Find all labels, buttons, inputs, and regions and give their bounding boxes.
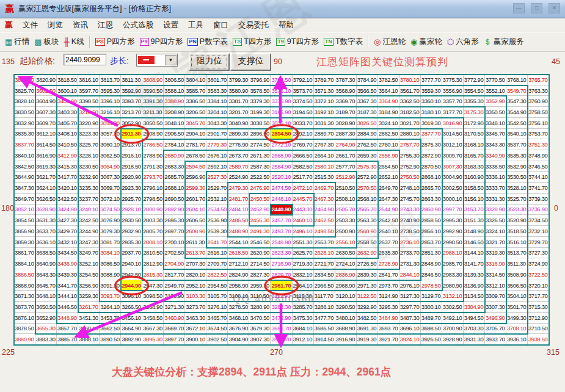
grid-cell: 3108.10 <box>228 291 249 302</box>
grid-cell: 3367.30 <box>357 96 378 107</box>
grid-cell: 3194.50 <box>293 107 314 118</box>
grid-cell: 3158.50 <box>464 183 485 194</box>
grid-cell: 3705.70 <box>485 324 506 335</box>
menu-item-trade-order[interactable]: 交易委托 <box>233 19 274 32</box>
toolbar-item-p-number-table[interactable]: PNP数字表 <box>188 37 227 47</box>
p-number-table-icon: PN <box>188 38 198 46</box>
grid-cell: 3304.90 <box>464 302 485 313</box>
grid-cell: 3734.50 <box>528 215 549 226</box>
toolbar-item-p-square[interactable]: PSP四方形 <box>95 37 135 47</box>
grid-cell: 2966.50 <box>314 280 335 291</box>
minimize-icon[interactable]: — <box>513 3 525 13</box>
grid-cell: 3072.10 <box>100 194 121 205</box>
grid-cell: 3501.70 <box>506 302 528 313</box>
menu-item-help[interactable]: 帮助 <box>274 19 299 32</box>
grid-cell: 3700.90 <box>442 324 464 335</box>
grid-cell: 3141.70 <box>464 258 485 269</box>
grid-cell: 3499.30 <box>506 313 528 324</box>
grid-cell: 3146.50 <box>464 237 485 248</box>
grid-cell: 3626.50 <box>35 194 57 205</box>
grid-cell: 2522.50 <box>249 172 271 183</box>
grid-cell: 2803.30 <box>142 215 164 226</box>
grid-cell: 3628.90 <box>35 205 57 216</box>
grid-cell: 2757.70 <box>399 139 421 150</box>
grid-cell: 3314.50 <box>485 269 506 280</box>
t-square-icon: TS <box>233 38 242 46</box>
grid-cell: 3180.10 <box>421 107 442 118</box>
grid-cell: 3038.50 <box>249 118 271 129</box>
grid-cell: 3352.90 <box>485 96 506 107</box>
grid-cell: 3182.50 <box>399 107 421 118</box>
menu-item-settings[interactable]: 设置 <box>158 19 183 32</box>
menu-item-gann[interactable]: 江恩 <box>93 19 118 32</box>
grid-cell: 3273.70 <box>185 302 206 313</box>
toolbar-item-9t-square[interactable]: T99T四方形 <box>276 37 319 47</box>
support-button[interactable]: 支撑位 <box>230 53 271 71</box>
toolbar-item-kline[interactable]: ╫K线 <box>64 37 84 47</box>
toolbar-item-quotes[interactable]: ▦行情 <box>5 37 29 47</box>
toolbar-item-hexagon[interactable]: ⬡六角形 <box>447 37 479 47</box>
grid-cell: 3588.10 <box>164 85 185 96</box>
menu-item-news[interactable]: 资讯 <box>68 19 93 32</box>
grid-cell: 2592.10 <box>206 161 228 172</box>
grid-cell: 2899.30 <box>228 129 249 140</box>
menu-item-tools[interactable]: 工具 <box>183 19 208 32</box>
grid-cell: 3309.70 <box>485 291 506 302</box>
toolbar-item-gann-wheel[interactable]: ◎江恩轮 <box>374 37 406 47</box>
toolbar-item-label: K线 <box>71 37 84 47</box>
toolbar-item-t-number-table[interactable]: TNT数字表 <box>324 37 363 47</box>
grid-cell: 3760.90 <box>528 96 549 107</box>
grid-cell: 2472.10 <box>293 183 314 194</box>
grid-cell: 2642.50 <box>378 215 399 226</box>
grid-cell: 3679.30 <box>249 324 271 335</box>
grid-cell: 3844.90 <box>14 172 35 183</box>
grid-cell: 3424.90 <box>57 205 78 216</box>
grid-cell: 2510.50 <box>335 183 357 194</box>
grid-cell: 2836.90 <box>335 269 357 280</box>
grid-cell: 2695.30 <box>164 215 185 226</box>
toolbar-item-t-square[interactable]: TST四方形 <box>233 37 272 47</box>
menu-item-file[interactable]: 文件 <box>18 19 43 32</box>
grid-cell: 3105.70 <box>206 291 228 302</box>
step-dropdown[interactable]: ▼ <box>136 54 178 67</box>
maximize-icon[interactable]: □ <box>531 3 542 13</box>
grid-cell: 2661.70 <box>335 150 357 161</box>
grid-cell: 2846.50 <box>421 269 442 280</box>
grid-cell: 3074.50 <box>100 205 121 216</box>
grid-cell: 2452.90 <box>249 205 271 216</box>
grid-cell: 2493.70 <box>271 226 292 237</box>
grid-cell: 2690.50 <box>164 194 185 205</box>
menu-item-browse[interactable]: 浏览 <box>43 19 68 32</box>
resistance-button[interactable]: 阻力位 <box>189 53 230 71</box>
grid-cell: 3232.90 <box>78 172 100 183</box>
grid-cell: 3542.50 <box>506 118 528 129</box>
close-icon[interactable]: ✕ <box>549 3 560 13</box>
grid-cell: 3693.70 <box>378 324 399 335</box>
grid-cell: 2968.90 <box>335 280 357 291</box>
toolbar-item-winner-wheel[interactable]: ◉赢家轮 <box>410 37 442 47</box>
grid-cell: 3633.70 <box>35 226 57 237</box>
grid-cell: 2716.90 <box>271 258 292 269</box>
grid-cell: 3160.90 <box>464 172 485 183</box>
menu-item-window[interactable]: 窗口 <box>208 19 233 32</box>
grid-cell: 3436.90 <box>57 258 78 269</box>
start-price-input[interactable] <box>64 54 106 65</box>
grid-cell: 3441.70 <box>57 280 78 291</box>
grid-cell: 3806.50 <box>164 74 185 85</box>
toolbar-item-sectors[interactable]: ▩板块 <box>34 37 59 47</box>
grid-cell: 2985.70 <box>442 258 464 269</box>
menu-item-formula-stock-pick[interactable]: 公式选股 <box>118 19 158 32</box>
toolbar-item-winner-service[interactable]: ＄赢家服务 <box>484 37 524 48</box>
grid-cell: 2637.70 <box>378 237 399 248</box>
grid-cell: 2990.50 <box>442 237 464 248</box>
grid-cell: 3012.10 <box>442 139 464 150</box>
menu-bar: 赢 文件浏览资讯江恩公式选股设置工具窗口交易委托帮助 <box>0 18 565 32</box>
toolbar-item-9p-square[interactable]: P99P四方形 <box>140 37 183 47</box>
chevron-down-icon[interactable]: ▼ <box>165 55 177 65</box>
grid-cell: 3379.30 <box>249 96 271 107</box>
grid-cell: 3717.70 <box>528 291 549 302</box>
grid-cell: 3487.30 <box>399 313 421 324</box>
grid-cell: 3386.50 <box>185 96 206 107</box>
grid-cell: 2740.90 <box>399 215 421 226</box>
grid-cell: 2558.50 <box>357 237 378 248</box>
